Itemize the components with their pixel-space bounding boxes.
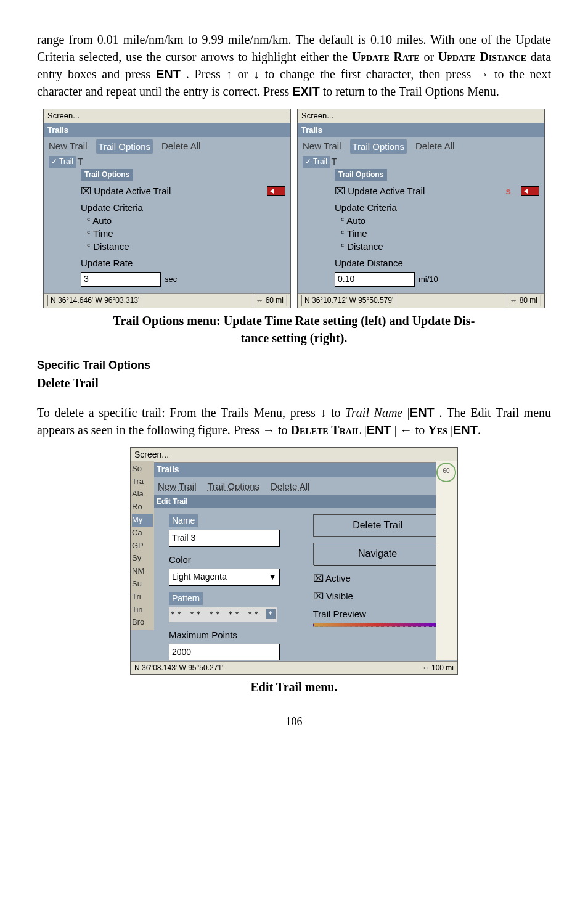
intro-change2: to change the first character, then pres… [265,67,476,81]
tab-delete-all[interactable]: Delete All [271,480,309,493]
trail-options-right-window: Screen... Trails New Trail Trail Options… [297,109,545,308]
edit-trail-window: Screen... So Tra Ala Ro My Ca GP Sy NM S… [130,447,458,675]
name-input[interactable]: Trail 3 [169,530,280,547]
radio-distance[interactable]: ᶜ Distance [87,240,285,253]
tab-new-trail[interactable]: New Trail [158,480,197,493]
max-points-input[interactable]: 2000 [169,644,280,661]
ent-key: ENT [156,67,181,81]
pattern-editor[interactable]: ** ** ** ** ** * [169,607,277,622]
update-distance-label: Update Distance [335,257,539,269]
menubar[interactable]: Screen... [298,109,544,123]
status-scale: ↔ 100 mi [422,663,454,673]
update-rate-label: Update Rate [352,50,420,64]
sidebar-partial: So Tra Ala Ro My Ca GP Sy NM Su Tri Tin … [131,461,154,630]
color-select[interactable]: Light Magenta ▼ [169,569,280,586]
tab-row: New Trail Trail Options Delete All [44,137,290,155]
window-title: Trails [298,123,544,137]
intro-return: to return to the Trail Options Menu. [323,84,499,98]
delete-paragraph: To delete a specific trail: From the Tra… [37,404,551,438]
update-distance-input[interactable]: 0.10 [335,272,415,287]
arrow-up-icon: ↑ [226,67,232,81]
specific-heading: Specific Trail Options [37,358,551,373]
criteria-label: Update Criteria [335,201,539,214]
dialog-title: Edit Trail [153,495,457,508]
intro-or: or [423,50,438,64]
update-rate-input[interactable]: 3 [81,272,161,287]
tab-new-trail[interactable]: New Trail [49,139,88,154]
status-scale: ↔ 60 mi [253,295,287,306]
radio-time[interactable]: ᶜ Time [87,227,285,240]
max-points-label: Maximum Points [169,628,298,641]
criteria-label: Update Criteria [81,201,285,214]
pattern-label: Pattern [169,592,203,606]
active-checkbox[interactable]: ⌧ Active [313,572,443,585]
update-active-check[interactable]: ⌧ Update Active Trail [335,184,425,197]
status-coords: N 36°08.143' W 95°50.271' [134,663,223,673]
points-s: s [505,184,510,197]
exit-key: EXIT [292,84,319,98]
tab-delete-all[interactable]: Delete All [415,139,454,154]
visible-checkbox[interactable]: ⌧ Visible [313,590,443,602]
status-scale: ↔ 80 mi [507,295,541,306]
tab-trail-options[interactable]: Trail Options [350,139,407,154]
panel-title: Trail Options [81,169,133,181]
chevron-down-icon: ▼ [268,571,277,583]
arrow-down-icon: ↓ [253,67,259,81]
status-coords: N 36°10.712' W 95°50.579' [301,295,396,306]
update-distance-label: Update Distance [438,50,526,64]
flag-icon [267,186,285,196]
ent-key: ENT [410,406,435,419]
trail-options-left-window: Screen... Trails New Trail Trail Options… [43,109,291,308]
delete-trail-button[interactable]: Delete Trail [313,514,443,537]
compass-icon: 60 [436,463,456,482]
map-strip: 60 [436,461,457,661]
window-title: Trails [44,123,290,137]
preview-label: Trail Preview [313,607,443,620]
ent-key: ENT [453,423,478,437]
tab-row: New Trail Trail Options Delete All [153,477,457,495]
figure-2-wrap: Screen... So Tra Ala Ro My Ca GP Sy NM S… [37,447,551,675]
trail-name-italic: Trail Name [345,406,402,419]
radio-auto[interactable]: ᶜ Auto [87,214,285,227]
arrow-right-icon: → [263,423,275,437]
saved-label: Saved T [44,155,290,168]
panel-title: Trail Options [335,169,387,181]
menubar[interactable]: Screen... [44,109,290,123]
intro-paragraph: range from 0.01 mile/nm/km to 9.99 mile/… [37,31,551,100]
figure-1-caption: Trail Options menu: Update Time Rate set… [37,312,551,347]
trail-check: ✓ Trail [49,156,76,168]
trail-check: ✓ Trail [303,156,330,168]
update-active-check[interactable]: ⌧ Update Active Trail [81,184,171,197]
window-title: Trails [153,463,457,477]
preview-line [313,623,443,627]
figure-2-caption: Edit Trail menu. [37,678,551,696]
yes-sc: Yes [428,423,447,437]
tab-new-trail[interactable]: New Trail [303,139,341,154]
tab-delete-all[interactable]: Delete All [161,139,200,154]
ent-key: ENT [367,423,391,437]
unit-label: mi/10 [419,274,438,285]
delete-trail-sc: Delete Trail [291,423,361,437]
delete-heading: Delete Trail [37,374,551,392]
flag-icon [521,186,539,196]
tab-trail-options[interactable]: Trail Options [96,139,153,154]
color-label: Color [169,553,298,566]
radio-time[interactable]: ᶜ Time [341,227,539,240]
arrow-left-icon: ← [400,423,412,437]
status-coords: N 36°14.646' W 96°03.313' [47,295,142,306]
page-number: 106 [37,714,551,730]
intro-press: . Press [186,67,226,81]
unit-label: sec [165,274,177,285]
name-label: Name [169,514,198,528]
update-rate-label: Update Rate [81,257,285,269]
intro-or2: or [237,67,253,81]
radio-auto[interactable]: ᶜ Auto [341,214,539,227]
arrow-right-icon: → [476,67,489,81]
navigate-button[interactable]: Navigate [313,543,443,565]
menubar[interactable]: Screen... [131,448,457,463]
tab-row: New Trail Trail Options Delete All [298,137,544,155]
saved-label: Saved T [298,155,544,168]
tab-trail-options[interactable]: Trail Options [208,480,259,493]
figure-row-1: Screen... Trails New Trail Trail Options… [37,109,551,308]
radio-distance[interactable]: ᶜ Distance [341,240,539,253]
